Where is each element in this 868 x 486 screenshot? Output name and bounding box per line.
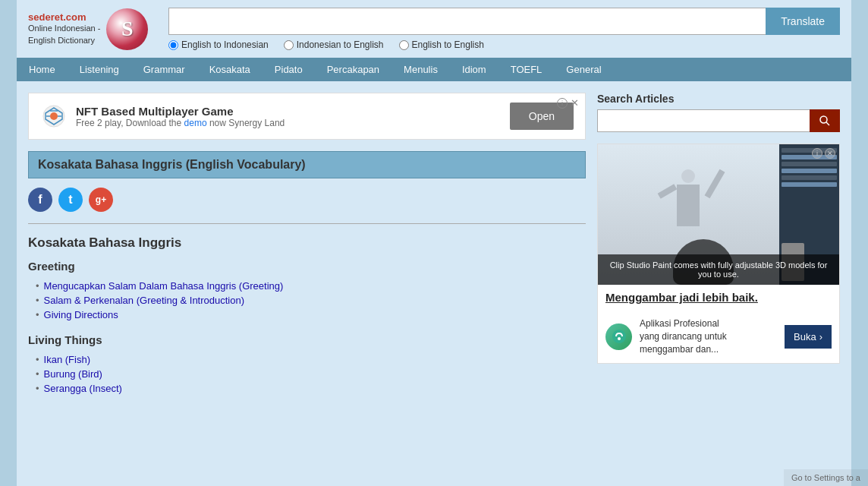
article-search-row [597,109,840,132]
list-item: Giving Directions [36,308,586,322]
radio-english-to-indonesian[interactable]: English to Indonesian [168,39,269,50]
svg-point-2 [820,116,827,123]
greeting-link-3[interactable]: Giving Directions [44,309,118,320]
figure-body [677,185,700,226]
logo-area: sederet.com Online Indonesian -English D… [28,8,157,50]
figure-arm-left [658,184,678,198]
ad-demo-link[interactable]: demo [184,118,207,128]
radio-label-3: English to English [412,39,484,50]
nav-percakapan[interactable]: Percakapan [315,58,392,81]
social-row: f t g+ [28,188,586,212]
svg-point-1 [50,112,58,120]
nav-listening[interactable]: Listening [68,58,131,81]
list-item: Burung (Bird) [36,367,586,381]
list-item: Serangga (Insect) [36,381,586,396]
site-name-link[interactable]: sederet.com [28,11,100,23]
panel-line [782,182,838,187]
living-link-3[interactable]: Serangga (Insect) [44,383,122,394]
greeting-link-1[interactable]: Mengucapkan Salam Dalam Bahasa Inggris (… [44,280,284,292]
translate-button[interactable]: Translate [766,8,840,35]
search-area: Translate English to Indonesian Indonesi… [168,8,840,50]
facebook-icon[interactable]: f [28,188,52,212]
clip-studio-icon [612,329,627,344]
right-ad-logo-icon [605,323,632,350]
page-title-box: Kosakata Bahasa Inggris (English Vocabul… [28,151,586,178]
twitter-icon[interactable]: t [58,188,83,212]
radio-row: English to Indonesian Indonesian to Engl… [168,39,840,50]
left-column: NFT Based Multiplayer Game Free 2 play, … [28,93,586,407]
right-ad-info-icon[interactable]: i [812,148,822,159]
ad-subtitle: Free 2 play, Download the demo now Syner… [76,118,501,128]
radio-indonesian-to-english[interactable]: Indonesian to English [284,39,384,50]
living-things-heading: Living Things [28,333,586,346]
ad-brand-icon [40,103,67,130]
radio-label-2: Indonesian to English [297,39,384,50]
windows-activate-watermark: Go to Settings to a [784,469,868,486]
nav-pidato[interactable]: Pidato [263,58,315,81]
living-link-1[interactable]: Ikan (Fish) [44,354,90,365]
right-column: Search Articles [597,93,840,407]
svg-point-4 [612,330,626,343]
search-input[interactable] [168,8,766,35]
ad-close-icon[interactable]: ✕ [571,97,579,109]
section-greeting: Greeting Mengucapkan Salam Dalam Bahasa … [28,260,586,322]
nav-menulis[interactable]: Menulis [392,58,450,81]
ad-controls: i ✕ [557,97,579,109]
header: sederet.com Online Indonesian -English D… [17,0,851,58]
living-things-list: Ikan (Fish) Burung (Bird) Serangga (Inse… [28,352,586,396]
logo-text-block: sederet.com Online Indonesian -English D… [28,11,100,46]
divider [28,223,586,224]
ad-text: NFT Based Multiplayer Game Free 2 play, … [76,105,501,128]
navbar: Home Listening Grammar Kosakata Pidato P… [17,58,851,81]
ad-info-icon[interactable]: i [557,98,568,109]
content-heading: Kosakata Bahasa Inggris [28,235,586,251]
right-ad-close-icon[interactable]: ✕ [825,148,835,159]
right-ad-desc: Aplikasi Profesional yang dirancang untu… [640,317,777,355]
ad-banner: NFT Based Multiplayer Game Free 2 play, … [28,93,586,140]
right-ad-bottom: Aplikasi Profesional yang dirancang untu… [598,310,839,363]
right-ad-cta-button[interactable]: Buka › [785,325,832,349]
page-title: Kosakata Bahasa Inggris (English Vocabul… [38,158,576,172]
svg-point-5 [618,337,621,340]
greeting-list: Mengucapkan Salam Dalam Bahasa Inggris (… [28,279,586,322]
main-content: NFT Based Multiplayer Game Free 2 play, … [17,81,851,418]
googleplus-icon[interactable]: g+ [89,188,113,212]
list-item: Ikan (Fish) [36,352,586,367]
nav-idiom[interactable]: Idiom [450,58,498,81]
search-row: Translate [168,8,840,35]
search-icon [819,115,830,126]
right-ad-heading-area: Menggambar jadi lebih baik. [598,285,839,310]
logo-icon: S [106,8,148,50]
article-search-input[interactable] [597,109,810,132]
section-living-things: Living Things Ikan (Fish) Burung (Bird) … [28,333,586,396]
living-link-2[interactable]: Burung (Bird) [44,368,102,380]
list-item: Mengucapkan Salam Dalam Bahasa Inggris (… [36,279,586,293]
site-subtitle: Online Indonesian -English Dictionary [28,23,100,46]
list-item: Salam & Perkenalan (Greeting & Introduct… [36,293,586,308]
right-ad-image: Clip Studio Paint comes with fully adjus… [598,144,839,285]
panel-line [782,175,838,180]
right-ad: Clip Studio Paint comes with fully adjus… [597,144,840,364]
search-articles-label: Search Articles [597,93,840,105]
nav-general[interactable]: General [554,58,613,81]
greeting-link-2[interactable]: Salam & Perkenalan (Greeting & Introduct… [44,295,244,306]
nav-toefl[interactable]: TOEFL [498,58,555,81]
greeting-heading: Greeting [28,260,586,273]
figure-head [681,169,695,183]
panel-line [782,162,838,166]
nav-home[interactable]: Home [17,58,68,81]
right-ad-heading[interactable]: Menggambar jadi lebih baik. [605,291,758,304]
nav-kosakata[interactable]: Kosakata [197,58,263,81]
svg-line-3 [826,122,829,125]
ad-title: NFT Based Multiplayer Game [76,105,501,118]
panel-line [782,169,838,173]
radio-label-1: English to Indonesian [181,39,269,50]
right-ad-caption: Clip Studio Paint comes with fully adjus… [598,254,839,285]
nav-grammar[interactable]: Grammar [131,58,197,81]
article-search-button[interactable] [810,109,840,132]
right-ad-controls: i ✕ [812,148,835,159]
figure-arm-right [705,169,725,198]
radio-english-to-english[interactable]: English to English [399,39,484,50]
